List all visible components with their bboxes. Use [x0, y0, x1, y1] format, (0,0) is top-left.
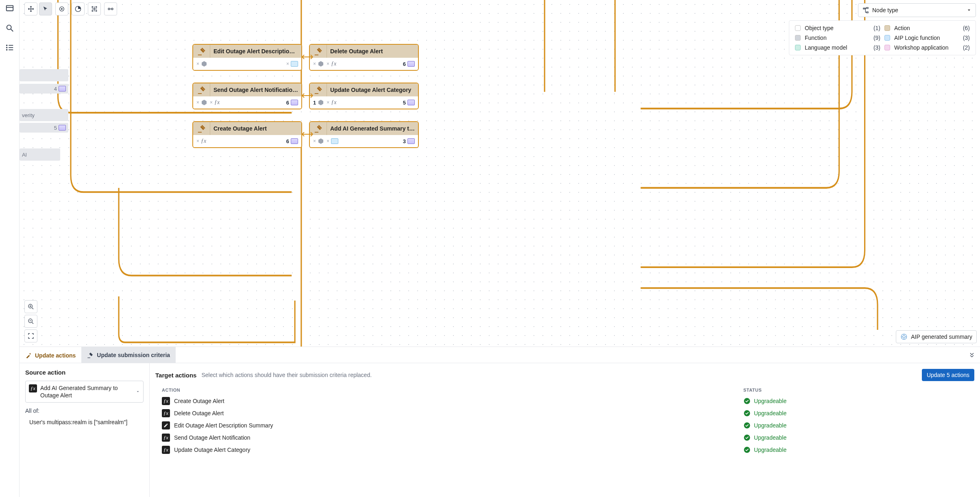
- legend-aip-logic: AIP Logic function(3): [884, 35, 970, 41]
- criteria-allof: All of:: [25, 408, 144, 414]
- fx-icon: ƒx: [162, 434, 170, 442]
- source-action-heading: Source action: [25, 369, 144, 376]
- aip-summary-chip[interactable]: AIP generated summary: [896, 330, 977, 343]
- fx-icon: ƒx: [29, 384, 37, 392]
- bi-arrow-icon: [301, 93, 314, 98]
- legend-function: Function(9): [795, 35, 880, 41]
- node-update-category[interactable]: Update Outage Alert Category 1 ×ƒx 5: [309, 83, 419, 109]
- link-tool-button[interactable]: [104, 2, 117, 15]
- target-actions-section: Target actions Select which actions shou…: [150, 363, 980, 497]
- partial-node-verity: verity: [20, 109, 68, 121]
- table-row[interactable]: ƒxSend Outage Alert NotificationUpgradea…: [155, 432, 974, 444]
- action-cell: ƒxCreate Outage Alert: [162, 397, 743, 405]
- zoom-out-button[interactable]: [24, 315, 37, 328]
- gavel-small-icon: [87, 352, 94, 358]
- tab-update-actions[interactable]: Update actions: [20, 347, 81, 363]
- node-send-notification[interactable]: Send Outage Alert Notificatio… × ×ƒx 6: [192, 83, 302, 109]
- svg-rect-22: [867, 12, 868, 13]
- table-row[interactable]: Edit Outage Alert Description SummaryUpg…: [155, 419, 974, 432]
- node-edit-description[interactable]: Edit Outage Alert Description … × ×: [192, 44, 302, 71]
- check-circle-icon: [743, 410, 751, 417]
- check-circle-icon: [743, 446, 751, 453]
- fx-wand-icon: [25, 352, 32, 359]
- tab-update-criteria[interactable]: Update submission criteria: [81, 347, 176, 363]
- move-tool-button[interactable]: [24, 2, 37, 15]
- node-create-alert[interactable]: Create Outage Alert ×ƒx 6: [192, 121, 302, 148]
- zoom-controls: [24, 300, 37, 342]
- canvas-toolbar: [24, 2, 117, 15]
- node-delete-alert[interactable]: Delete Outage Alert × ×ƒx 6: [309, 44, 419, 71]
- node-type-dropdown[interactable]: Node type: [858, 3, 976, 17]
- fx-icon: ƒx: [162, 397, 170, 405]
- table-row[interactable]: ƒxUpdate Outage Alert CategoryUpgradeabl…: [155, 444, 974, 456]
- select-tool-button[interactable]: [39, 2, 52, 15]
- status-text: Upgradeable: [754, 447, 786, 453]
- svg-point-2: [7, 25, 11, 30]
- canvas[interactable]: Node type Object type(1) Action(6) Funct…: [20, 0, 980, 347]
- svg-line-28: [32, 323, 33, 324]
- table-row[interactable]: ƒxCreate Outage AlertUpgradeable: [155, 395, 974, 407]
- svg-line-24: [32, 308, 33, 309]
- layout-tool-button[interactable]: [88, 2, 101, 15]
- check-circle-icon: [743, 422, 751, 429]
- update-actions-button[interactable]: Update 5 actions: [922, 369, 974, 381]
- window-icon: [407, 138, 415, 144]
- zoom-in-button[interactable]: [24, 300, 37, 313]
- legend-action: Action(6): [884, 25, 970, 31]
- status-cell: Upgradeable: [743, 422, 971, 429]
- zoom-fit-button[interactable]: [24, 329, 37, 342]
- image-icon: [331, 138, 338, 144]
- source-action-select[interactable]: ƒx Add AI Generated Summary to Outage Al…: [25, 381, 144, 403]
- col-status: STATUS: [743, 388, 971, 392]
- edit-icon: [162, 421, 170, 429]
- panel-tabs: Update actions Update submission criteri…: [20, 347, 980, 363]
- svg-point-14: [96, 7, 97, 8]
- svg-point-4: [6, 45, 7, 46]
- left-rail: [0, 0, 20, 497]
- svg-point-11: [61, 9, 63, 10]
- search-icon[interactable]: [5, 24, 14, 33]
- node-type-label: Node type: [872, 7, 898, 13]
- window-icon: [407, 100, 415, 105]
- check-circle-icon: [743, 434, 751, 441]
- main: Node type Object type(1) Action(6) Funct…: [20, 0, 980, 497]
- svg-point-18: [111, 8, 113, 10]
- gavel-icon: [314, 47, 323, 56]
- svg-point-16: [96, 10, 97, 11]
- partial-node: [20, 69, 68, 81]
- svg-point-17: [108, 8, 110, 10]
- action-name: Send Outage Alert Notification: [174, 434, 250, 441]
- action-cell: Edit Outage Alert Description Summary: [162, 421, 743, 429]
- legend-panel: Object type(1) Action(6) Function(9) AIP…: [789, 20, 976, 55]
- node-type-icon: [862, 7, 869, 13]
- source-action-section: Source action ƒx Add AI Generated Summar…: [20, 363, 150, 497]
- panel-icon[interactable]: [5, 4, 14, 13]
- fx-icon: ƒx: [162, 446, 170, 454]
- node-add-ai-summary[interactable]: Add AI Generated Summary to… × × 3: [309, 121, 419, 148]
- table-row[interactable]: ƒxDelete Outage AlertUpgradeable: [155, 407, 974, 419]
- partial-node-count-2: 5: [20, 123, 68, 133]
- window-icon: [291, 138, 298, 144]
- svg-rect-20: [863, 8, 865, 9]
- svg-point-13: [92, 7, 93, 8]
- svg-rect-0: [6, 6, 13, 11]
- segment-tool-button[interactable]: [72, 2, 85, 15]
- gavel-icon: [197, 124, 206, 133]
- target-actions-heading: Target actions: [155, 372, 196, 379]
- action-name: Edit Outage Alert Description Summary: [174, 422, 273, 429]
- list-icon[interactable]: [5, 43, 14, 52]
- collapse-panel-icon[interactable]: [969, 352, 975, 358]
- svg-line-3: [11, 29, 13, 32]
- action-name: Delete Outage Alert: [174, 410, 224, 416]
- gavel-icon: [314, 124, 323, 133]
- gavel-icon: [197, 47, 206, 56]
- focus-tool-button[interactable]: [55, 2, 68, 15]
- status-cell: Upgradeable: [743, 397, 971, 405]
- partial-node-al: Al: [20, 148, 60, 161]
- target-actions-table: ACTION STATUS ƒxCreate Outage AlertUpgra…: [155, 388, 974, 456]
- check-circle-icon: [743, 397, 751, 405]
- action-cell: ƒxUpdate Outage Alert Category: [162, 446, 743, 454]
- bottom-panel: Update actions Update submission criteri…: [20, 347, 980, 497]
- fx-icon: ƒx: [162, 409, 170, 417]
- action-name: Update Outage Alert Category: [174, 447, 250, 453]
